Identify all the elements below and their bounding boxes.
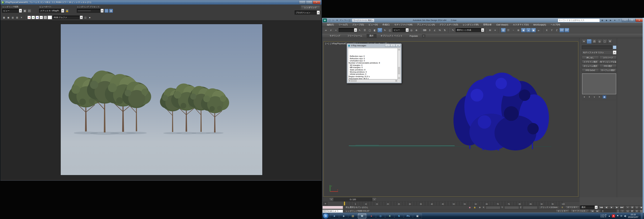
channel-display-dropdown[interactable]: RGB アルファ▼ — [53, 16, 83, 19]
selection-filter-dropdown[interactable]: ▼ — [338, 28, 357, 32]
background-color-swatch[interactable] — [48, 16, 52, 19]
lock-viewport-icon[interactable]: 🔒 — [65, 9, 69, 13]
vfb-title-bar[interactable]: VRayPhysicalCamera001, フレーム 0, ガンマ表示 : 2… — [0, 0, 322, 4]
render-setup-icon[interactable]: ☕ — [526, 28, 531, 32]
redo-icon[interactable]: ↷ — [343, 18, 347, 22]
taskbar-folder-icon[interactable]: ▤ — [348, 213, 357, 219]
start-button[interactable]: ⊞ — [323, 213, 329, 219]
reference-coordinate-dropdown[interactable]: ビュー▼ — [392, 28, 409, 32]
menu-item[interactable]: アニメーション(A) — [415, 23, 437, 27]
tab-hierarchy-icon[interactable]: 品 — [592, 39, 597, 44]
next-key-button[interactable]: ▶| — [595, 210, 600, 213]
tab-display-icon[interactable]: ▢ — [602, 39, 607, 44]
x-coordinate-field[interactable] — [486, 206, 500, 209]
use-pivot-center-icon[interactable]: ◎ — [409, 28, 414, 32]
pin-stack-icon[interactable]: ∗ — [582, 95, 586, 98]
menu-item[interactable]: 編集(E) — [324, 23, 336, 27]
chevron-down-icon[interactable]: ▾ — [347, 20, 347, 21]
select-and-move-icon[interactable]: ＋ — [378, 28, 382, 32]
clear-image-icon[interactable]: ✕ — [20, 16, 23, 19]
viewport-menu-general[interactable]: [ + ] — [325, 42, 329, 45]
menu-item[interactable]: カスタマイズ(U) — [510, 23, 531, 27]
mono-channel-icon[interactable]: ◐ — [40, 16, 43, 19]
vray-messages-dialog[interactable]: V-Ray messages — □ ✕ Reflection rays: 0 … — [347, 44, 402, 83]
undo-icon[interactable]: ↶ — [339, 18, 343, 22]
close-button[interactable]: ✕ — [313, 1, 320, 4]
rendered-frame-icon[interactable]: ▣ — [531, 28, 536, 32]
menu-item[interactable]: 照明分析 — [481, 23, 494, 27]
axis-y-button[interactable]: Y — [550, 28, 554, 32]
menu-item[interactable]: ビュー(V) — [366, 23, 380, 27]
sign-in-icon[interactable]: ◆ — [604, 18, 608, 22]
modifier-button[interactable]: サーフェス選択 — [600, 68, 616, 72]
language-indicator[interactable]: CAPS 🗗 KANA ▼ — [600, 214, 606, 218]
orbit-icon[interactable]: ⊙ — [634, 210, 639, 213]
modifier-button[interactable]: FFD 2x2x2 — [582, 68, 599, 72]
scene-explorer-icon[interactable]: ☷ — [506, 28, 511, 32]
taskbar-3dsmax-icon[interactable]: M — [358, 213, 366, 219]
keyboard-override-icon[interactable]: ⌨ — [422, 28, 427, 32]
save-file-icon[interactable]: ▼ — [335, 18, 339, 22]
new-scene-icon[interactable]: ▢ — [328, 18, 332, 22]
selected-filter-dropdown[interactable]: 選択▼ — [580, 206, 598, 209]
bind-to-spacewarp-icon[interactable]: ≈ — [334, 28, 338, 32]
spinner-down-icon[interactable]: ▼ — [617, 211, 619, 213]
percent-snap-icon[interactable]: % — [438, 28, 442, 32]
taskbar-ps-icon[interactable]: Ps — [404, 213, 412, 219]
max-app-button[interactable]: M — [323, 18, 327, 22]
load-preset-icon[interactable]: ◫ — [104, 9, 108, 13]
taskbar-app10-icon[interactable]: ▣ — [413, 213, 422, 219]
angle-snap-icon[interactable]: ∠ — [432, 28, 437, 32]
remove-modifier-icon[interactable]: ✕ — [598, 95, 601, 98]
render-button[interactable]: レンダリング — [301, 6, 320, 10]
viewport-trees[interactable] — [454, 72, 549, 150]
tab-modify-icon[interactable]: ⌒ — [587, 39, 592, 44]
modifier-button[interactable]: ボリューム選択 — [582, 64, 599, 68]
mini-curve-editor-icon[interactable]: ▤ — [323, 202, 328, 205]
blue-channel-icon[interactable]: ● — [36, 16, 39, 19]
render-production-icon[interactable]: ☕ — [536, 28, 541, 32]
taskbar-clock[interactable]: 15:15 2016/11/07 — [628, 214, 638, 218]
axis-x-button[interactable]: X — [544, 28, 549, 32]
minimize-button[interactable]: — — [385, 44, 390, 47]
unlink-selection-icon[interactable]: ≠ — [328, 28, 333, 32]
taskbar-app5-icon[interactable]: ● — [367, 213, 376, 219]
favorites-icon[interactable]: ★ — [613, 18, 617, 22]
go-to-start-button[interactable]: |◀◀ — [599, 206, 604, 209]
restore-button[interactable]: ❐ — [628, 19, 635, 22]
window-crossing-icon[interactable]: ◧ — [372, 28, 377, 32]
maximize-button[interactable]: □ — [390, 44, 395, 47]
chevron-down-icon[interactable]: ▾ — [342, 20, 343, 21]
menu-item[interactable]: レンダリング(R) — [460, 23, 481, 27]
scroll-left-icon[interactable]: ◀ — [348, 80, 350, 82]
taskbar-ie-icon[interactable]: e — [330, 213, 339, 219]
tray-flag-icon[interactable]: ⚑ — [617, 215, 619, 217]
set-key-icon[interactable]: K — [560, 206, 564, 209]
zoom-all-icon[interactable]: ⊞ — [630, 206, 634, 209]
menu-item[interactable]: Civil View(V) — [494, 23, 511, 27]
current-frame-field[interactable]: 0 — [601, 210, 616, 213]
previous-frame-button[interactable]: ◀| — [604, 206, 609, 209]
communication-center-icon[interactable]: ▶ — [609, 18, 612, 22]
axis-xy-button[interactable]: XY — [560, 28, 564, 32]
alpha-channel-icon[interactable]: ● — [44, 16, 47, 19]
spinner-snap-icon[interactable]: ⇅ — [442, 28, 447, 32]
play-button[interactable]: ▶ — [609, 206, 614, 209]
ribbon-tab[interactable]: モデリング — [326, 34, 343, 38]
object-name-field[interactable] — [582, 46, 612, 49]
search-icon[interactable]: ◉ — [600, 18, 604, 22]
modifier-list-dropdown[interactable]: モディファイヤ リスト ▼ — [582, 50, 616, 54]
zoom-icon[interactable]: ＋ — [626, 206, 630, 209]
print-image-icon[interactable]: ▤ — [15, 16, 19, 19]
dialog-title-bar[interactable]: V-Ray messages — □ ✕ — [347, 44, 402, 48]
ribbon-tab[interactable]: 選択 — [366, 34, 376, 38]
object-color-swatch[interactable] — [613, 46, 616, 49]
align-icon[interactable]: ≡ — [493, 28, 498, 32]
resize-grip[interactable] — [398, 80, 400, 82]
zoom-region-icon[interactable]: ▭ — [626, 210, 630, 213]
named-selection-sets-dropdown[interactable]: 選択セット作成▼ — [456, 28, 484, 32]
material-editor-icon[interactable]: ◉ — [521, 28, 526, 32]
menu-item[interactable]: モディファイヤ(M) — [392, 23, 415, 27]
render-area-dropdown[interactable]: ビュー▼ — [2, 9, 22, 13]
restore-button[interactable]: ❐ — [306, 1, 312, 4]
